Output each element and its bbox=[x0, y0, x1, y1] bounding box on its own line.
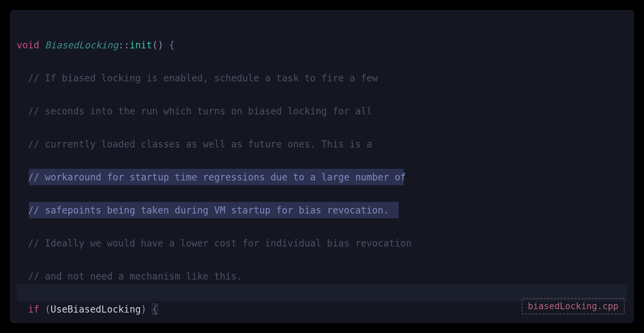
code-line-highlighted: // safepoints being taken during VM star… bbox=[17, 202, 627, 219]
code-line-highlighted: // workaround for startup time regressio… bbox=[17, 169, 627, 186]
code-line: // and not need a mechanism like this. bbox=[17, 268, 627, 285]
filename-badge: biasedLocking.cpp bbox=[522, 298, 625, 314]
code-line: // If biased locking is enabled, schedul… bbox=[17, 70, 627, 86]
code-window: void BiasedLocking::init() { // If biase… bbox=[10, 10, 634, 323]
code-block: void BiasedLocking::init() { // If biase… bbox=[17, 20, 627, 323]
code-line: void BiasedLocking::init() { bbox=[17, 37, 627, 53]
code-line: // Ideally we would have a lower cost fo… bbox=[17, 235, 627, 252]
code-line: // currently loaded classes as well as f… bbox=[17, 136, 627, 153]
code-line: // seconds into the run which turns on b… bbox=[17, 103, 627, 120]
